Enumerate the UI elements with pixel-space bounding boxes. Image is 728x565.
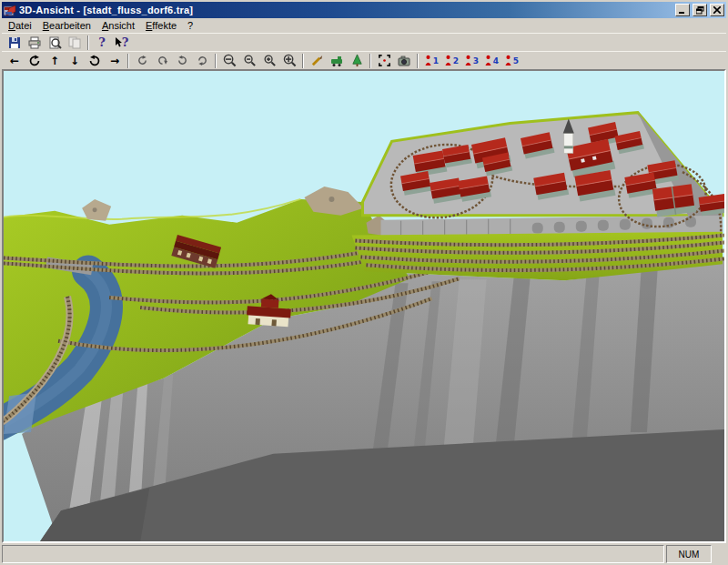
move-right-button[interactable]: → (105, 53, 125, 69)
copy-icon (67, 35, 82, 50)
toolbar-separator (127, 54, 129, 68)
context-help-icon: ? (122, 36, 129, 48)
tilt-up-icon (136, 55, 148, 66)
menu-ansicht[interactable]: Ansicht (96, 19, 140, 32)
move-left-icon: ← (10, 55, 19, 66)
menu-datei[interactable]: Datei (3, 19, 37, 32)
center-view-button[interactable] (374, 53, 394, 69)
zoom-out-far-icon (223, 54, 237, 67)
print-preview-icon (47, 35, 62, 50)
tilt-up-button[interactable] (132, 53, 152, 69)
help-button[interactable]: ? (92, 35, 112, 51)
spin-right-button[interactable] (192, 53, 212, 69)
app-icon (4, 4, 16, 16)
print-preview-button[interactable] (45, 35, 65, 51)
viewpoint-3-button[interactable]: 3 (461, 53, 481, 69)
restore-icon (696, 6, 704, 15)
spin-right-icon (197, 55, 208, 66)
viewpoint-4-button[interactable]: 4 (481, 53, 501, 69)
rotate-right-button[interactable] (85, 53, 105, 69)
toolbar-view: ← ↑ ↓ → (2, 51, 726, 69)
tree-button[interactable] (347, 53, 367, 69)
resize-grip[interactable] (713, 545, 726, 563)
3d-viewport[interactable]: .trkb{stroke:#9a8a6a;stroke-width:4;fill… (2, 69, 726, 543)
zoom-out-icon (243, 54, 257, 67)
locomotive-button[interactable] (327, 53, 347, 69)
status-message-panel (2, 545, 664, 563)
move-up-button[interactable]: ↑ (45, 53, 65, 69)
minimize-icon (679, 6, 686, 14)
status-bar: NUM (2, 543, 726, 563)
tilt-down-button[interactable] (152, 53, 172, 69)
zoom-out-far-button[interactable] (219, 53, 239, 69)
menu-help[interactable]: ? (182, 19, 198, 32)
viewpoint-5-button[interactable]: 5 (501, 53, 521, 69)
3d-scene: .trkb{stroke:#9a8a6a;stroke-width:4;fill… (4, 71, 724, 541)
locomotive-icon (329, 54, 344, 68)
save-button[interactable] (5, 35, 25, 51)
viewpoint-1-button[interactable]: 1 (421, 53, 441, 69)
close-button[interactable] (710, 4, 724, 16)
zoom-out-button[interactable] (239, 53, 259, 69)
cursor-icon (116, 37, 122, 47)
print-button[interactable] (25, 35, 45, 51)
tilt-down-icon (157, 55, 168, 66)
toolbar-separator (87, 35, 89, 50)
viewpoint-1-icon (424, 55, 432, 66)
rotate-left-icon (28, 55, 41, 67)
context-help-button[interactable]: ? (112, 35, 132, 51)
zoom-in-far-icon (283, 54, 297, 67)
viewpoint-1-number: 1 (433, 56, 439, 66)
save-icon (7, 35, 22, 50)
toolbar-main: ? ? (2, 33, 726, 51)
viewpoint-3-icon (464, 55, 472, 66)
viewpoint-2-number: 2 (453, 56, 459, 66)
move-left-button[interactable]: ← (5, 53, 25, 69)
rotate-right-icon (88, 55, 101, 67)
app-window: 3D-Ansicht - [stadt_fluss_dorf6.tra] Dat… (0, 0, 728, 565)
menu-effekte[interactable]: Effekte (140, 19, 182, 32)
tree-icon (350, 54, 364, 67)
window-title: 3D-Ansicht - [stadt_fluss_dorf6.tra] (19, 5, 672, 15)
toolbar-separator (302, 54, 304, 68)
viewpoint-3-number: 3 (473, 56, 479, 66)
toolbar-separator (215, 54, 217, 68)
zoom-in-icon (263, 54, 277, 67)
brush-icon (310, 54, 324, 67)
toolbar-separator (369, 54, 371, 68)
viewpoint-4-icon (484, 55, 492, 66)
print-icon (27, 35, 42, 50)
rotate-left-button[interactable] (25, 53, 45, 69)
center-view-icon (378, 54, 391, 67)
copy-button[interactable] (65, 35, 85, 51)
num-lock-indicator: NUM (666, 545, 712, 563)
viewpoint-5-icon (504, 55, 512, 66)
toolbar-separator (417, 54, 419, 68)
move-right-icon: → (110, 55, 119, 66)
close-icon (713, 6, 721, 14)
zoom-in-far-button[interactable] (279, 53, 299, 69)
viewpoint-2-button[interactable]: 2 (441, 53, 461, 69)
camera-icon (397, 54, 411, 68)
camera-button[interactable] (394, 53, 414, 69)
viewpoint-5-number: 5 (513, 56, 519, 66)
menu-bar: Datei Bearbeiten Ansicht Effekte ? (2, 18, 726, 33)
minimize-button[interactable] (675, 4, 690, 16)
move-down-button[interactable]: ↓ (65, 53, 85, 69)
title-bar[interactable]: 3D-Ansicht - [stadt_fluss_dorf6.tra] (2, 2, 726, 18)
zoom-in-button[interactable] (259, 53, 279, 69)
viewpoint-4-number: 4 (493, 56, 499, 66)
move-down-icon: ↓ (70, 55, 79, 66)
menu-bearbeiten[interactable]: Bearbeiten (37, 19, 96, 32)
spin-left-button[interactable] (172, 53, 192, 69)
restore-button[interactable] (693, 4, 707, 16)
help-icon: ? (98, 36, 106, 48)
move-up-icon: ↑ (50, 55, 59, 66)
viewpoint-2-icon (444, 55, 452, 66)
brush-button[interactable] (307, 53, 327, 69)
spin-left-icon (177, 55, 188, 66)
